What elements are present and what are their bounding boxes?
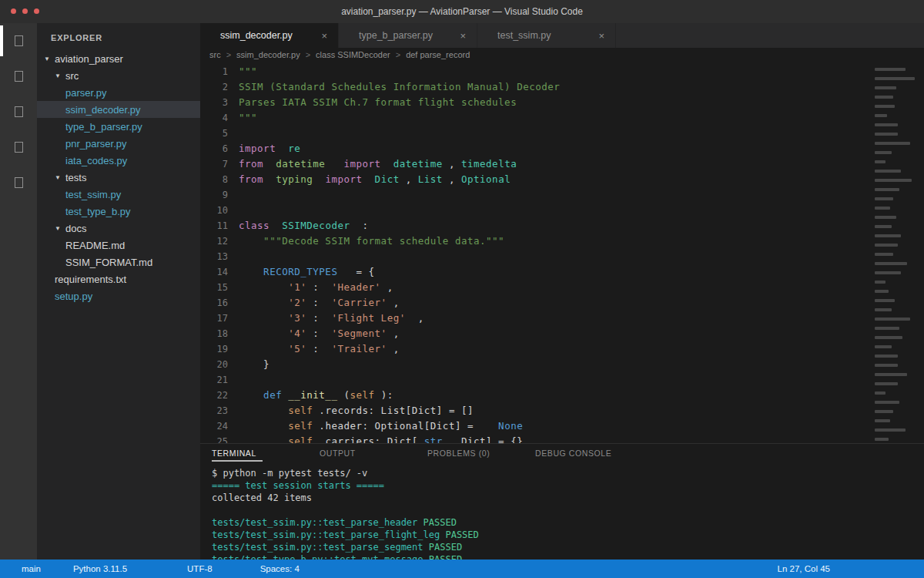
code-line: 24 self .header: Optional[Dict] = None [200,418,924,434]
code-line: 11class SSIMDecoder : [200,218,924,234]
tab-label: test_ssim.py [497,30,551,41]
tree-item-pnr_parser.py[interactable]: pnr_parser.py [37,135,200,152]
code-line: 7from datetime import datetime , timedel… [200,156,924,172]
code-text: '3' : 'Flight Leg' , [239,311,424,326]
code-line: 18 '4' : 'Segment' , [200,326,924,341]
status-item-python-3-11-5[interactable]: Python 3.11.5 [73,564,127,573]
code-token [325,158,343,170]
code-token: RECORD_TYPES [263,266,337,277]
code-token: str [424,435,443,443]
code-token: , [443,173,461,185]
minimap-bar [875,160,886,163]
code-token: self [288,435,313,443]
tree-item-SSIM_FORMAT.md[interactable]: SSIM_FORMAT.md [37,254,200,271]
status-item-utf-8[interactable]: UTF-8 [187,564,213,573]
breadcrumb-item[interactable]: src [209,50,221,59]
close-icon[interactable]: × [597,30,606,42]
code-token [363,173,375,185]
close-window-icon[interactable] [11,8,16,14]
tree-item-tests[interactable]: ▼tests [37,169,200,186]
code-editor[interactable]: 1"""2SSIM (Standard Schedules Informatio… [200,62,924,443]
code-token [239,435,288,443]
panel-tab-problems-0-[interactable]: PROBLEMS (0) [427,449,535,461]
code-line: 2SSIM (Standard Schedules Information Ma… [200,79,924,95]
tree-item-requirements.txt[interactable]: requirements.txt [37,271,200,287]
tab-ssim_decoder.py[interactable]: ssim_decoder.py× [200,23,339,48]
activity-item-extensions-icon[interactable] [0,165,37,200]
breadcrumb-item[interactable]: class SSIMDecoder [316,50,390,59]
code-token [263,173,276,185]
maximize-window-icon[interactable] [34,8,39,14]
code-token: Dict [375,173,400,185]
code-token [239,328,288,339]
code-text: """Decode SSIM format schedule data.""" [239,234,504,249]
breadcrumb-item[interactable]: ssim_decoder.py [236,50,300,59]
breadcrumb-item[interactable]: def parse_record [406,50,470,59]
status-item-main[interactable]: main [22,564,41,573]
minimap-bar [875,355,898,358]
code-text: } [239,357,270,372]
activity-item-search-icon[interactable] [0,59,37,94]
minimap-bar [875,327,899,330]
chevron-down-icon: ▼ [55,72,61,79]
tree-item-parser.py[interactable]: parser.py [37,84,200,101]
minimap[interactable] [875,68,913,443]
code-token: : [306,312,331,324]
tree-item-label: parser.py [65,87,106,99]
terminal-token: collected 42 items [212,492,312,503]
code-line: 17 '3' : 'Flight Leg' , [200,311,924,326]
code-token: : [306,328,331,339]
tree-item-test_type_b.py[interactable]: test_type_b.py [37,203,200,220]
status-item-spaces-4[interactable]: Spaces: 4 [260,564,300,573]
tree-item-iata_codes.py[interactable]: iata_codes.py [37,152,200,169]
line-number: 1 [200,64,228,79]
terminal-output[interactable]: $ python -m pytest tests/ -v===== test s… [200,461,924,560]
line-number: 2 [200,79,228,95]
code-token: Parses IATA SSIM Ch.7 format flight sche… [239,96,517,108]
line-number: 16 [200,295,228,311]
tree-item-ssim_decoder.py[interactable]: ssim_decoder.py [37,101,200,118]
close-icon[interactable]: × [458,30,467,42]
activity-item-explorer-icon[interactable] [0,23,37,59]
terminal-token: ===== test session starts ===== [212,480,384,491]
tab-test_ssim.py[interactable]: test_ssim.py× [477,23,616,48]
tree-item-type_b_parser.py[interactable]: type_b_parser.py [37,118,200,135]
window-controls[interactable] [11,8,39,14]
panel-tab-terminal[interactable]: TERMINAL [212,449,320,461]
code-token: } [239,358,270,370]
minimap-bar [875,207,890,210]
tree-item-src[interactable]: ▼src [37,67,200,84]
explorer-icon [15,35,23,46]
code-line: 5 [200,126,924,141]
chevron-down-icon: ▼ [55,174,61,181]
status-item-cursor-position[interactable]: Ln 27, Col 45 [778,564,830,573]
code-line: 12 """Decode SSIM format schedule data."… [200,234,924,249]
code-token: '3' [288,312,306,324]
minimap-bar [875,364,898,367]
code-token: ): [375,389,393,401]
activity-item-debug-icon[interactable] [0,129,37,165]
code-line: 10 [200,203,924,218]
code-line: 13 [200,249,924,264]
window-title: aviation_parser.py — AviationParser — Vi… [341,6,583,17]
panel-tab-output[interactable]: OUTPUT [320,449,427,461]
tree-item-docs[interactable]: ▼docs [37,220,200,237]
tree-item-aviation_parser[interactable]: ▼aviation_parser [37,50,200,67]
code-text: Parses IATA SSIM Ch.7 format flight sche… [239,95,517,110]
tree-item-test_ssim.py[interactable]: test_ssim.py [37,186,200,203]
tree-item-setup.py[interactable]: setup.py [37,287,200,304]
minimap-bar [875,170,901,173]
code-token [239,235,263,247]
tab-type_b_parser.py[interactable]: type_b_parser.py× [339,23,477,48]
activity-item-source-control-icon[interactable] [0,94,37,129]
terminal-token: PASSED [429,542,462,553]
close-icon[interactable]: × [320,30,329,42]
panel-tab-debug-console[interactable]: DEBUG CONSOLE [535,449,643,461]
minimize-window-icon[interactable] [22,8,28,14]
code-token: from [239,173,263,185]
line-number: 10 [200,203,228,218]
tree-item-label: type_b_parser.py [65,121,142,133]
tree-item-label: aviation_parser [55,53,123,65]
code-token: self [288,405,313,416]
tree-item-README.md[interactable]: README.md [37,237,200,254]
